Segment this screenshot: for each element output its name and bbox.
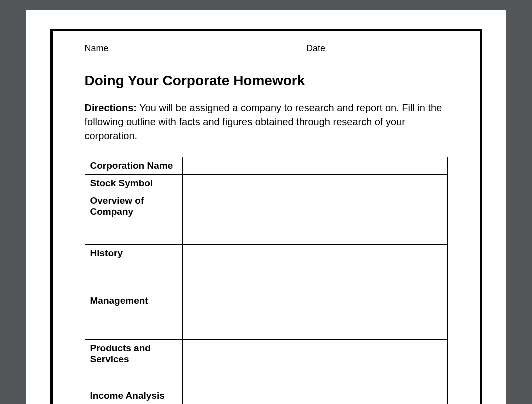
row-label: Corporation Name	[85, 157, 182, 175]
row-value[interactable]	[182, 157, 447, 175]
name-label: Name	[85, 43, 109, 54]
header-row: Name Date	[85, 42, 448, 54]
row-value[interactable]	[182, 292, 447, 340]
date-blank-line[interactable]	[328, 42, 447, 51]
name-field-group: Name	[85, 42, 287, 54]
table-row: Corporation Name	[85, 157, 447, 175]
row-value[interactable]	[182, 340, 447, 387]
document-page: Name Date Doing Your Corporate Homework …	[26, 10, 506, 404]
row-label: Income Analysis	[85, 387, 182, 404]
table-row: Income Analysis	[85, 387, 447, 404]
date-label: Date	[306, 43, 325, 54]
row-value[interactable]	[182, 245, 447, 292]
table-row: History	[85, 245, 447, 292]
row-value[interactable]	[182, 192, 447, 245]
outline-table: Corporation NameStock SymbolOverview of …	[85, 157, 448, 404]
row-label: Stock Symbol	[85, 175, 182, 192]
directions-body: You will be assigned a company to resear…	[85, 102, 442, 141]
date-field-group: Date	[306, 42, 447, 54]
directions-lead: Directions:	[85, 102, 137, 113]
directions-paragraph: Directions: You will be assigned a compa…	[85, 101, 448, 143]
table-row: Stock Symbol	[85, 175, 447, 192]
row-value[interactable]	[182, 387, 447, 404]
row-label: Products and Services	[85, 340, 182, 387]
table-row: Overview of Company	[85, 192, 447, 245]
row-label: Management	[85, 292, 182, 340]
page-border: Name Date Doing Your Corporate Homework …	[50, 29, 482, 404]
row-label: Overview of Company	[85, 192, 182, 245]
name-blank-line[interactable]	[112, 42, 287, 51]
outline-table-body: Corporation NameStock SymbolOverview of …	[85, 157, 447, 404]
row-value[interactable]	[182, 175, 447, 192]
page-title: Doing Your Corporate Homework	[85, 73, 448, 89]
table-row: Products and Services	[85, 340, 447, 387]
row-label: History	[85, 245, 182, 292]
table-row: Management	[85, 292, 447, 340]
